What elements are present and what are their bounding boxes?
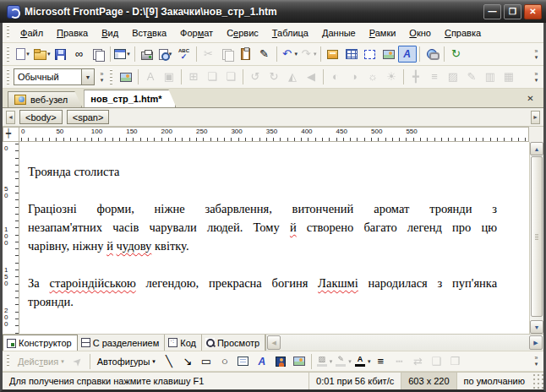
resize-grip[interactable] xyxy=(532,373,543,389)
toolbar-options-button[interactable]: »▾ xyxy=(531,68,542,86)
format-painter-button[interactable]: ✎ xyxy=(255,46,274,63)
close-page-icon[interactable]: ✕ xyxy=(524,92,537,105)
tag-scroll-left-button[interactable]: ◄ xyxy=(6,111,15,124)
draw-actions-menu[interactable]: Действия▾ xyxy=(14,355,68,368)
scroll-right-icon[interactable]: ▶ xyxy=(529,335,543,350)
dash-style-button[interactable]: ┅ xyxy=(390,353,408,370)
chevron-down-icon[interactable]: ▼ xyxy=(81,69,94,84)
less-brightness-button[interactable]: ☀ xyxy=(382,68,401,85)
insert-table-button[interactable] xyxy=(342,46,361,63)
menu-окно[interactable]: Окно xyxy=(402,25,438,41)
close-button[interactable]: ✕ xyxy=(524,4,542,19)
oval-button[interactable]: ○ xyxy=(216,353,234,370)
title-bar[interactable]: Microsoft FrontPage - D:\[9] Закачки\нов… xyxy=(0,0,546,23)
select-button[interactable]: ▥ xyxy=(481,68,500,85)
maximize-button[interactable]: ❐ xyxy=(504,4,521,19)
toolbar-grip[interactable] xyxy=(6,46,10,62)
menu-вид[interactable]: Вид xyxy=(95,25,125,41)
more-contrast-button[interactable]: ◐ xyxy=(326,68,345,85)
menu-сервис[interactable]: Сервис xyxy=(220,25,265,41)
copy-button[interactable] xyxy=(218,46,237,63)
scrollbar-thumb[interactable] xyxy=(531,156,543,317)
toolbar-options-button[interactable]: »▾ xyxy=(531,45,542,63)
clip-art-button[interactable] xyxy=(271,353,290,370)
wordart-button[interactable]: A xyxy=(253,353,271,370)
toolbar-options-button[interactable]: »▾ xyxy=(531,352,542,371)
menu-рамки[interactable]: Рамки xyxy=(363,25,403,41)
text-box-button[interactable] xyxy=(234,353,253,370)
undo-button[interactable]: ↶▾ xyxy=(280,46,299,63)
toolbar-grip[interactable] xyxy=(109,69,113,84)
print-preview-button[interactable]: ▾ xyxy=(156,46,175,63)
publish-site-button[interactable] xyxy=(89,46,107,63)
toolbar-grip[interactable] xyxy=(6,69,10,84)
menu-файл[interactable]: Файл xyxy=(14,25,50,41)
restore-picture-button[interactable]: ▦ xyxy=(500,68,518,85)
redo-button[interactable]: ↷▾ xyxy=(298,46,318,63)
paste-button[interactable] xyxy=(237,46,255,63)
horizontal-scrollbar[interactable]: ◀ ▶ xyxy=(265,335,543,351)
crop-button[interactable]: ╋ xyxy=(407,68,425,85)
format-picture-button[interactable]: ✎ xyxy=(462,68,481,85)
spelling-button[interactable] xyxy=(175,46,194,63)
menu-правка[interactable]: Правка xyxy=(50,25,95,41)
page-tab-веб-узел[interactable]: веб-узел xyxy=(8,91,82,107)
scroll-up-icon[interactable]: ▲ xyxy=(530,142,543,155)
scroll-down-icon[interactable]: ▼ xyxy=(530,320,543,334)
select-objects-button[interactable]: ➤ xyxy=(68,353,87,370)
view-tab-split[interactable]: С разделением xyxy=(78,335,166,351)
line-button[interactable]: ╲ xyxy=(160,353,178,370)
view-tab-code[interactable]: Код xyxy=(165,335,202,351)
rotate-right-button[interactable]: ↻ xyxy=(265,68,283,85)
auto-thumbnail-button[interactable]: ▣ xyxy=(160,68,178,85)
print-button[interactable] xyxy=(138,46,156,63)
design-view-canvas[interactable]: Троянда столистаГраціозні форми, ніжне з… xyxy=(19,142,529,334)
refresh-button[interactable]: ↻ xyxy=(447,46,466,63)
insert-picture-button[interactable] xyxy=(379,46,398,63)
line-style-button[interactable]: ≡ xyxy=(371,353,390,370)
arrow-style-button[interactable]: ⇄ xyxy=(408,353,427,370)
save-button[interactable] xyxy=(52,46,70,63)
cut-button[interactable]: ✂ xyxy=(199,46,218,63)
draw-layer-button[interactable] xyxy=(361,46,379,63)
line-style-button[interactable]: ≡ xyxy=(425,68,444,85)
scroll-left-icon[interactable]: ◀ xyxy=(267,335,281,350)
view-tab-design[interactable]: Конструктор xyxy=(3,335,78,351)
tag-button-span[interactable]: <span> xyxy=(67,110,110,124)
menu-формат[interactable]: Формат xyxy=(173,25,220,41)
bring-forward-button[interactable]: ❏ xyxy=(203,68,221,85)
rectangle-button[interactable]: ▭ xyxy=(197,353,216,370)
toolbar-grip[interactable] xyxy=(6,25,10,39)
menu-справка[interactable]: Справка xyxy=(438,25,488,41)
menu-данные[interactable]: Данные xyxy=(315,25,363,41)
menu-вставка[interactable]: Вставка xyxy=(125,25,173,41)
threed-style-button[interactable]: ❒ xyxy=(445,353,464,370)
transparent-color-button[interactable]: ▨ xyxy=(444,68,462,85)
less-contrast-button[interactable]: ◑ xyxy=(345,68,363,85)
page-tab-нов_стр_1.htm[interactable]: нов_стр_1.htm* xyxy=(84,90,176,107)
find-button[interactable]: ∞ xyxy=(70,46,89,63)
minimize-button[interactable]: — xyxy=(483,4,501,19)
toggle-pane-button[interactable]: ▾ xyxy=(113,46,132,63)
status-page-size[interactable]: 603 x 220 xyxy=(401,373,456,389)
vertical-scrollbar[interactable]: ▲ ▼ xyxy=(529,142,543,334)
insert-picture-from-file-button[interactable] xyxy=(117,68,135,85)
autoshapes-menu[interactable]: Автофигуры▾ xyxy=(93,355,160,368)
font-color-button[interactable]: A▾ xyxy=(352,353,372,370)
tag-button-body[interactable]: <body> xyxy=(19,110,63,124)
tag-scroll-right-button[interactable]: ► xyxy=(531,111,540,124)
toolbar-grip[interactable] xyxy=(6,354,10,368)
rotate-left-button[interactable]: ↺ xyxy=(246,68,265,85)
text-button[interactable]: A xyxy=(141,68,160,85)
shadow-style-button[interactable]: ❑ xyxy=(427,353,445,370)
new-page-button[interactable]: ▾ xyxy=(14,46,32,63)
open-button[interactable]: ▾ xyxy=(32,46,52,63)
line-color-button[interactable]: ✎▾ xyxy=(333,353,352,370)
insert-hyperlink-button[interactable] xyxy=(423,46,441,63)
send-backward-button[interactable]: ❏ xyxy=(221,68,240,85)
web-component-button[interactable] xyxy=(324,46,342,63)
fill-color-button[interactable]: ▨▾ xyxy=(314,353,334,370)
position-absolutely-button[interactable]: ⊞ xyxy=(184,68,203,85)
style-combobox[interactable]: Обычный ▼ xyxy=(14,68,95,85)
menu-таблица[interactable]: Таблица xyxy=(265,25,315,41)
